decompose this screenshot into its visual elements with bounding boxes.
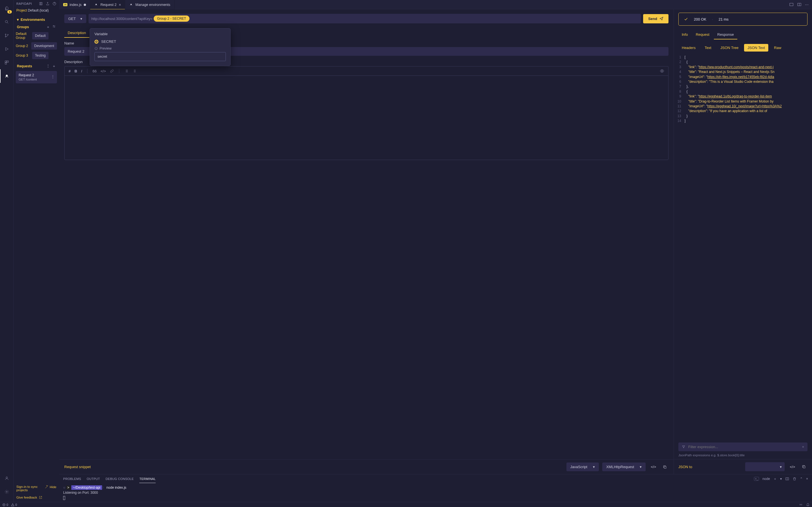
heading-icon[interactable]: # <box>68 69 70 73</box>
group-name: Default Group <box>16 32 31 40</box>
variable-option[interactable]: SECRET <box>94 38 226 45</box>
list-numbered-icon[interactable] <box>132 69 136 73</box>
activity-badge: 1 <box>7 10 11 13</box>
group-name: Group 2 <box>16 44 30 48</box>
bold-icon[interactable]: B <box>74 69 77 73</box>
activity-search[interactable] <box>0 15 13 29</box>
branch-icon <box>4 33 9 38</box>
request-more-icon[interactable]: ⋮ <box>51 74 55 78</box>
environments-header[interactable]: ▾ Environments <box>16 16 57 23</box>
tab-indexjs[interactable]: JS index.js <box>59 0 90 9</box>
group-row: Group 2 Development <box>16 42 57 50</box>
groups-settings-icon[interactable] <box>52 24 56 30</box>
help-icon <box>52 2 56 6</box>
description-toolbar: # B I 66 </> <box>64 66 406 75</box>
variable-chip[interactable]: Group 2 - SECRET <box>154 15 190 22</box>
activity-scm[interactable] <box>0 29 13 42</box>
add-request-icon[interactable]: ＋ <box>52 64 56 69</box>
search-icon <box>4 20 9 24</box>
group-row: Default Group Default <box>16 32 57 40</box>
unsaved-icon <box>84 4 86 6</box>
url-text: http://localhost:3000/content?apiKey= <box>91 17 153 21</box>
tab-label: Manage environments <box>135 3 170 7</box>
groups-label: Groups <box>17 25 29 29</box>
request-sub: GET /content <box>18 78 54 81</box>
tab-label: index.js <box>70 3 82 7</box>
svg-point-12 <box>131 4 132 5</box>
chevron-down-icon: ▾ <box>80 17 82 21</box>
octopus-icon <box>4 74 9 78</box>
sidebar-icon-2[interactable] <box>46 2 50 6</box>
group-row: Group 3 Testing <box>16 52 57 59</box>
octopus-icon <box>129 3 133 7</box>
svg-rect-5 <box>7 61 8 62</box>
sidebar-title: RAPIDAPI <box>16 2 32 5</box>
italic-icon[interactable]: I <box>81 69 82 73</box>
tab-label: Request 2 <box>100 3 116 7</box>
requests-more-icon[interactable]: ⋮ <box>46 64 50 69</box>
requests-label: Requests <box>17 64 32 68</box>
editor-tabs: JS index.js Request 2 × Manage environme… <box>59 0 406 9</box>
sidebar-icon-help[interactable] <box>52 2 56 6</box>
workbench: JS index.js Request 2 × Manage environme… <box>59 0 406 253</box>
preview-row: Preview <box>94 47 226 50</box>
request-name: Request 2 <box>18 73 54 77</box>
request-panel: GET ▾ http://localhost:3000/content?apiK… <box>59 9 406 253</box>
quote-icon[interactable]: 66 <box>93 69 96 73</box>
close-icon[interactable]: × <box>119 3 121 7</box>
add-group-icon[interactable]: ＋ <box>46 24 50 30</box>
group-name: Group 3 <box>16 54 31 57</box>
svg-point-1 <box>5 34 6 35</box>
svg-point-11 <box>96 4 97 5</box>
chevron-down-icon: ▾ <box>17 17 19 22</box>
link-icon[interactable] <box>110 69 114 73</box>
export-icon <box>46 2 50 6</box>
activity-rapidapi[interactable] <box>0 69 13 83</box>
project-row[interactable]: Project Default (local) <box>13 7 59 13</box>
svg-point-0 <box>5 20 7 23</box>
popover-variable-label: Variable <box>94 32 226 36</box>
octopus-icon <box>94 3 98 7</box>
js-icon: JS <box>63 3 67 6</box>
sidebar: RAPIDAPI Project Default (local) ▾ Envir… <box>13 0 59 253</box>
list-bullet-icon[interactable] <box>124 69 128 73</box>
project-label: Project <box>16 8 27 12</box>
code-icon[interactable]: </> <box>101 69 106 73</box>
group-chip-testing[interactable]: Testing <box>32 52 49 59</box>
requests-header: Requests ⋮ ＋ <box>16 62 57 70</box>
variable-option-label: SECRET <box>101 40 116 44</box>
play-icon <box>4 47 9 51</box>
preview-label: Preview <box>100 47 112 50</box>
project-value: Default (local) <box>28 8 49 12</box>
activity-bar: 1 <box>0 0 13 253</box>
extensions-icon <box>4 60 9 65</box>
svg-point-3 <box>7 34 8 35</box>
group-chip-default[interactable]: Default <box>32 32 49 40</box>
sidebar-icon-1[interactable] <box>39 2 43 6</box>
variable-popover: Variable SECRET Preview secret <box>90 28 231 66</box>
svg-point-7 <box>6 75 8 76</box>
preview-input[interactable]: secret <box>94 52 226 61</box>
url-input[interactable]: http://localhost:3000/content?apiKey= Gr… <box>89 14 406 23</box>
radio-selected-icon <box>94 40 98 44</box>
activity-debug[interactable] <box>0 42 13 56</box>
sliders-icon <box>52 24 56 28</box>
tab-request2[interactable]: Request 2 × <box>90 0 125 9</box>
environments-label: Environments <box>20 17 45 22</box>
book-icon <box>39 2 43 6</box>
svg-point-2 <box>5 36 6 37</box>
activity-explorer[interactable]: 1 <box>0 2 13 15</box>
method-value: GET <box>68 17 76 21</box>
request-item[interactable]: Request 2 GET /content ⋮ <box>16 71 57 83</box>
description-textarea[interactable] <box>64 75 406 160</box>
group-chip-development[interactable]: Development <box>31 42 57 50</box>
svg-rect-4 <box>5 61 6 62</box>
tab-manage-environments[interactable]: Manage environments <box>125 0 174 9</box>
sidebar-header: RAPIDAPI <box>13 0 59 7</box>
subtab-description[interactable]: Description <box>64 29 89 38</box>
svg-rect-6 <box>5 63 6 64</box>
activity-extensions[interactable] <box>0 56 13 69</box>
group-list: Default Group Default Group 2 Developmen… <box>16 32 57 59</box>
method-select[interactable]: GET ▾ <box>64 14 86 23</box>
info-icon <box>94 47 98 50</box>
